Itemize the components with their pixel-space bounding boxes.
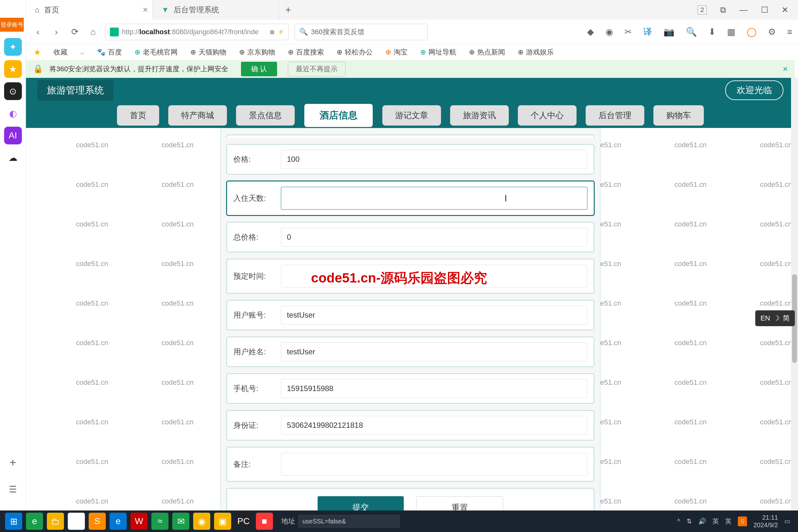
search-icon[interactable]: 🔍 [686,26,697,37]
toolbar-icon[interactable]: ◉ [606,26,613,37]
volume-icon[interactable]: 🔊 [698,517,706,525]
home-icon[interactable]: ⌂ [87,26,99,38]
sidebar-app-4-icon[interactable]: ◐ [4,104,22,122]
taskbar-app-icon[interactable]: e [26,513,43,530]
nav-tab-8[interactable]: 购物车 [653,105,704,126]
sidebar-app-2-icon[interactable]: ★ [4,60,22,78]
confirm-button[interactable]: 确 认 [241,62,277,76]
sidebar-list-icon[interactable]: ☰ [9,484,17,495]
file-explorer-icon[interactable]: 🗀 [47,513,64,530]
gear-icon[interactable]: ⚙ [768,26,776,37]
close-icon[interactable]: × [783,64,788,74]
welcome-button[interactable]: 欢迎光临 [725,80,783,100]
forward-icon[interactable]: › [50,26,63,38]
later-button[interactable]: 最近不再提示 [288,62,345,76]
bookmark-item[interactable]: ⊕百度搜索 [288,48,324,57]
nav-tab-2[interactable]: 景点信息 [236,105,295,126]
grid-icon[interactable]: ▦ [727,26,735,37]
nav-tab-3[interactable]: 酒店信息 [304,103,373,128]
taskbar-app-icon[interactable]: W [131,513,148,530]
qr-icon[interactable]: ▦ [270,29,274,35]
nav-tab-6[interactable]: 个人中心 [518,105,577,126]
days-input[interactable] [281,187,587,210]
total-input[interactable] [281,228,587,247]
booktime-input[interactable] [281,265,587,287]
translate-icon[interactable]: 译 [643,26,652,38]
sidebar-app-1-icon[interactable]: ✦ [4,38,22,56]
start-button[interactable]: ⊞ [5,513,22,530]
tab-count-badge[interactable]: 2 [698,5,707,15]
username-input[interactable] [281,342,587,361]
taskbar-app-icon[interactable]: S [89,513,106,530]
bookmark-item[interactable]: ⊕热点新闻 [469,48,505,57]
bookmark-item[interactable]: ⊕网址导航 [420,48,456,57]
login-badge[interactable]: 登录账号 [0,18,24,32]
nav-tab-0[interactable]: 首页 [117,105,159,126]
maximize-icon[interactable]: ☐ [761,5,768,15]
bookmark-item[interactable]: ⊕淘宝 [385,48,407,57]
wechat-icon[interactable]: ✉ [172,513,189,530]
minimize-icon[interactable]: — [739,5,748,15]
search-box[interactable]: 🔍 360搜索首页反馈 [294,24,428,40]
submit-button[interactable]: 提交 [318,496,404,511]
browser-tab-2[interactable]: ▼ 后台管理系统 [153,0,279,20]
chrome-icon[interactable]: ◯ [68,513,85,530]
bolt-icon[interactable]: ⚡ [278,29,284,35]
network-icon[interactable]: ⇅ [686,517,692,525]
ime-tray-icon[interactable]: 英 [725,517,732,526]
bookmark-item[interactable]: ⊕轻松办公 [337,48,373,57]
sidebar-app-6-icon[interactable]: ☁ [4,149,22,167]
default-browser-notice: 🔒 将360安全浏览器设为默认，提升打开速度，保护上网安全 确 认 最近不再提示… [26,60,795,78]
bookmark-item[interactable]: ⊕天猫购物 [190,48,226,57]
reset-button[interactable]: 重置 [416,496,503,511]
pycharm-icon[interactable]: PC [235,513,252,530]
toolbar-icon[interactable]: ✂ [625,26,632,37]
bookmark-item[interactable]: 🐾百度 [97,48,122,57]
back-icon[interactable]: ‹ [32,26,44,38]
nav-tab-1[interactable]: 特产商城 [168,105,227,126]
toolbar-icon[interactable]: ◆ [587,26,594,37]
remark-input[interactable] [281,453,587,476]
sidebar-app-3-icon[interactable]: ⊙ [4,82,22,100]
phone-input[interactable] [281,379,587,398]
bookmark-item[interactable]: ⊕京东购物 [239,48,275,57]
ime-floating-badge[interactable]: EN ☽ 简 [755,310,795,326]
toolbar-icon[interactable]: 📷 [663,26,674,37]
open-new-window-icon[interactable]: ⧉ [720,5,726,15]
idcard-input[interactable] [281,416,587,435]
bookmark-item[interactable]: ⊕老毛桃官网 [135,48,178,57]
ime-tray-icon[interactable]: 英 [712,517,719,526]
window-close-icon[interactable]: ✕ [781,5,788,15]
vertical-scrollbar[interactable] [791,78,798,511]
sidebar-app-5-icon[interactable]: AI [4,127,22,145]
tray-up-icon[interactable]: ^ [677,518,680,525]
star-icon[interactable]: ★ [34,48,41,57]
sidebar-add-icon[interactable]: + [10,456,16,469]
edge-icon[interactable]: e [110,513,127,530]
taskbar-clock[interactable]: 21:11 2024/9/2 [753,514,778,529]
close-icon[interactable]: × [143,5,148,15]
sogou-icon[interactable]: S [738,516,747,526]
price-input[interactable] [281,150,587,169]
form-actions: 提交 重置 [226,488,594,511]
account-input[interactable] [281,306,587,325]
bookmark-item[interactable]: ⊕游戏娱乐 [518,48,554,57]
taskbar-app-icon[interactable]: ■ [256,513,273,530]
nav-tab-5[interactable]: 旅游资讯 [450,105,509,126]
download-icon[interactable]: ⬇ [708,26,716,37]
home-icon: ⌂ [35,5,40,14]
url-input[interactable]: http://localhost:8080/django864t7/front/… [105,24,289,40]
menu-icon[interactable]: ≡ [787,27,792,37]
taskbar-app-icon[interactable]: ≈ [151,513,169,530]
notifications-icon[interactable]: ▭ [784,517,791,525]
taskbar-app-icon[interactable]: ▣ [214,513,231,530]
reload-icon[interactable]: ⟳ [69,26,81,38]
nav-tab-7[interactable]: 后台管理 [586,105,644,126]
address-input[interactable] [298,515,400,528]
taskbar-app-icon[interactable]: ◉ [193,513,210,530]
browser-tab-1[interactable]: ⌂ 首页 × [26,0,153,20]
tab-title: 后台管理系统 [173,5,219,15]
new-tab-button[interactable]: + [279,0,297,20]
nav-tab-4[interactable]: 游记文章 [382,105,441,126]
toolbar-icon[interactable]: ◯ [747,26,757,37]
